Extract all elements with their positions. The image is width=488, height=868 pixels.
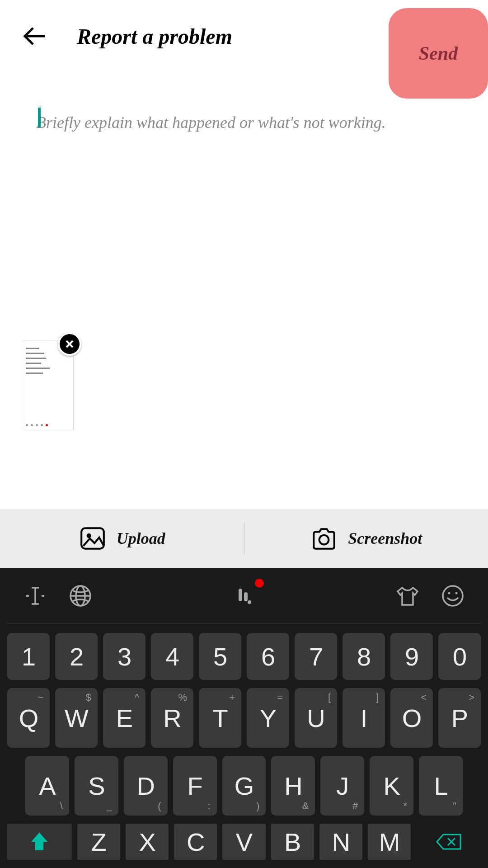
smiley-icon — [441, 584, 465, 608]
remove-attachment-button[interactable] — [58, 332, 81, 356]
svg-point-4 — [87, 534, 90, 537]
key-p[interactable]: >P — [438, 688, 481, 748]
key-6[interactable]: 6 — [247, 633, 289, 680]
key-g[interactable]: G) — [222, 756, 266, 816]
notification-dot — [255, 579, 264, 588]
svg-rect-13 — [244, 592, 248, 601]
key-3[interactable]: 3 — [103, 633, 145, 680]
key-t[interactable]: +T — [199, 688, 241, 748]
tshirt-icon — [396, 584, 419, 608]
language-tool[interactable] — [67, 582, 94, 609]
shift-icon — [29, 830, 50, 853]
key-h[interactable]: H& — [271, 756, 315, 816]
touchpal-icon — [232, 584, 256, 608]
textarea-placeholder: Briefly explain what happened or what's … — [36, 113, 452, 132]
backspace-key[interactable] — [416, 824, 481, 860]
key-y[interactable]: =Y — [247, 688, 289, 748]
emoji-tool[interactable] — [439, 582, 466, 609]
key-z[interactable]: Z — [77, 824, 120, 860]
key-2[interactable]: 2 — [55, 633, 98, 680]
close-icon — [65, 340, 74, 349]
virtual-keyboard: 1234567890 ~Q$W^E%R+T=Y[U]I<O>P A\S_D(F:… — [0, 568, 488, 868]
key-u[interactable]: [U — [295, 688, 337, 748]
screenshot-label: Screenshot — [348, 529, 422, 548]
voice-input-tool[interactable] — [230, 582, 258, 609]
text-select-tool[interactable] — [22, 582, 49, 609]
svg-point-15 — [443, 586, 463, 606]
key-v[interactable]: V — [222, 824, 265, 860]
svg-rect-12 — [239, 589, 242, 601]
key-q[interactable]: ~Q — [7, 688, 50, 748]
attachment-thumbnail[interactable] — [22, 340, 74, 430]
backspace-icon — [435, 833, 462, 851]
key-x[interactable]: X — [126, 824, 169, 860]
key-9[interactable]: 9 — [390, 633, 433, 680]
key-l[interactable]: L" — [419, 756, 463, 816]
arrow-left-icon — [20, 23, 47, 50]
key-e[interactable]: ^E — [103, 688, 145, 748]
screenshot-button[interactable]: Screenshot — [244, 524, 488, 552]
key-w[interactable]: $W — [55, 688, 98, 748]
thumbnail-content — [26, 348, 60, 377]
text-select-icon — [23, 584, 47, 608]
key-4[interactable]: 4 — [151, 633, 193, 680]
upload-button[interactable]: Upload — [0, 524, 244, 552]
key-0[interactable]: 0 — [438, 633, 481, 680]
key-n[interactable]: N — [319, 824, 362, 860]
text-cursor — [38, 108, 41, 127]
key-i[interactable]: ]I — [343, 688, 385, 748]
svg-point-14 — [248, 600, 251, 604]
theme-tool[interactable] — [394, 582, 421, 609]
key-o[interactable]: <O — [390, 688, 433, 748]
key-f[interactable]: F: — [173, 756, 217, 816]
key-8[interactable]: 8 — [343, 633, 385, 680]
key-r[interactable]: %R — [151, 688, 193, 748]
image-icon — [79, 524, 107, 552]
key-1[interactable]: 1 — [7, 633, 50, 680]
key-k[interactable]: K* — [370, 756, 413, 816]
back-button[interactable] — [18, 20, 50, 52]
svg-point-17 — [455, 592, 458, 594]
problem-textarea[interactable]: Briefly explain what happened or what's … — [0, 72, 488, 141]
camera-icon — [310, 524, 338, 552]
globe-icon — [69, 584, 92, 608]
svg-point-16 — [448, 592, 450, 594]
key-b[interactable]: B — [271, 824, 314, 860]
key-j[interactable]: J# — [320, 756, 364, 816]
key-7[interactable]: 7 — [295, 633, 337, 680]
key-m[interactable]: M — [368, 824, 411, 860]
page-title: Report a problem — [77, 24, 232, 49]
key-s[interactable]: S_ — [75, 756, 118, 816]
key-a[interactable]: A\ — [25, 756, 69, 816]
upload-label: Upload — [117, 529, 165, 548]
key-d[interactable]: D( — [124, 756, 168, 816]
key-5[interactable]: 5 — [199, 633, 241, 680]
key-c[interactable]: C — [174, 824, 217, 860]
svg-point-5 — [319, 535, 329, 545]
shift-key[interactable] — [7, 824, 72, 860]
thumbnail-nav-dots — [26, 424, 48, 426]
